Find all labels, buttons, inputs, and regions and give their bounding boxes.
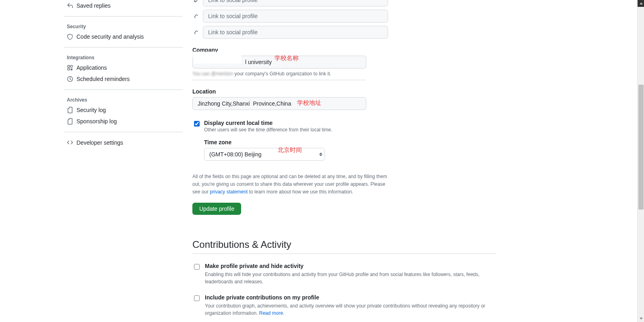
sidebar-item-label: Saved replies <box>76 2 111 9</box>
sidebar-item-label: Security log <box>76 107 106 113</box>
company-hint: You can @mention your company's GitHub o… <box>192 71 496 77</box>
sidebar-divider <box>64 16 183 17</box>
sidebar-head-archives: Archives <box>64 95 183 104</box>
log-icon <box>67 118 73 125</box>
reply-icon <box>67 2 73 9</box>
scrollbar-down-button[interactable] <box>638 315 644 322</box>
social-row <box>192 10 496 23</box>
display-localtime-checkbox[interactable] <box>194 121 200 127</box>
clock-icon <box>67 76 73 82</box>
link-icon <box>192 29 199 35</box>
social-row <box>192 26 496 39</box>
include-private-label: Include private contributions on my prof… <box>205 294 487 301</box>
apps-icon <box>67 64 73 71</box>
timezone-label: Time zone <box>204 139 332 145</box>
private-profile-row: Make profile private and hide activity E… <box>192 263 496 285</box>
browser-scrollbar[interactable] <box>637 0 644 322</box>
sidebar-divider <box>64 89 183 90</box>
log-icon <box>67 107 73 113</box>
sidebar-item-label: Developer settings <box>76 139 123 146</box>
social-row <box>192 0 496 6</box>
sidebar-item-security-log[interactable]: Security log <box>64 104 183 116</box>
sidebar-head-security: Security <box>64 21 183 31</box>
sidebar-item-applications[interactable]: Applications <box>64 62 183 73</box>
redaction-overlay <box>193 52 242 64</box>
timezone-select[interactable]: (GMT+08:00) Beijing <box>204 148 325 161</box>
update-profile-button[interactable]: Update profile <box>192 203 241 215</box>
social-profile-input[interactable] <box>203 26 388 39</box>
location-input[interactable] <box>192 97 366 110</box>
include-private-sub: Your contribution graph, achievements, a… <box>205 302 487 317</box>
location-label: Location <box>192 88 496 95</box>
include-private-checkbox[interactable] <box>194 295 200 301</box>
private-profile-label: Make profile private and hide activity <box>205 263 487 269</box>
sidebar-item-code-security[interactable]: Code security and analysis <box>64 31 183 42</box>
sidebar-item-label: Code security and analysis <box>76 33 144 40</box>
sidebar-divider <box>64 132 183 132</box>
privacy-note: All of the fields on this page are optio… <box>192 173 390 196</box>
sidebar-item-label: Applications <box>76 64 107 71</box>
divider <box>192 80 366 80</box>
sidebar-item-label: Sponsorship log <box>76 118 117 125</box>
private-profile-checkbox[interactable] <box>194 264 200 270</box>
read-more-link[interactable]: Read more. <box>259 310 285 316</box>
scrollbar-thumb[interactable] <box>638 85 644 210</box>
sidebar-item-label: Scheduled reminders <box>76 76 130 82</box>
display-localtime-hint: Other users will see the time difference… <box>204 127 332 133</box>
settings-sidebar: Saved replies Security Code security and… <box>64 0 183 148</box>
display-localtime-label: Display current local time <box>204 120 332 126</box>
profile-form: Company You can @mention your company's … <box>192 0 496 322</box>
sidebar-head-integrations: Integrations <box>64 52 183 62</box>
link-icon <box>192 0 199 3</box>
shield-icon <box>67 33 73 40</box>
privacy-statement-link[interactable]: privacy statement <box>210 189 248 195</box>
sidebar-item-saved-replies[interactable]: Saved replies <box>64 0 183 11</box>
code-icon <box>67 139 73 146</box>
private-profile-sub: Enabling this will hide your contributio… <box>205 271 487 285</box>
sidebar-item-developer-settings[interactable]: Developer settings <box>64 137 183 148</box>
social-profile-input[interactable] <box>203 0 388 6</box>
include-private-row: Include private contributions on my prof… <box>192 294 496 317</box>
link-icon <box>192 13 199 19</box>
sidebar-item-sponsorship-log[interactable]: Sponsorship log <box>64 116 183 127</box>
sidebar-item-scheduled-reminders[interactable]: Scheduled reminders <box>64 73 183 85</box>
contrib-title: Contributions & Activity <box>192 239 496 254</box>
sidebar-divider <box>64 47 183 48</box>
display-localtime-row: Display current local time Other users w… <box>192 120 496 161</box>
social-profile-input[interactable] <box>203 10 388 23</box>
scrollbar-up-button[interactable] <box>638 0 644 7</box>
